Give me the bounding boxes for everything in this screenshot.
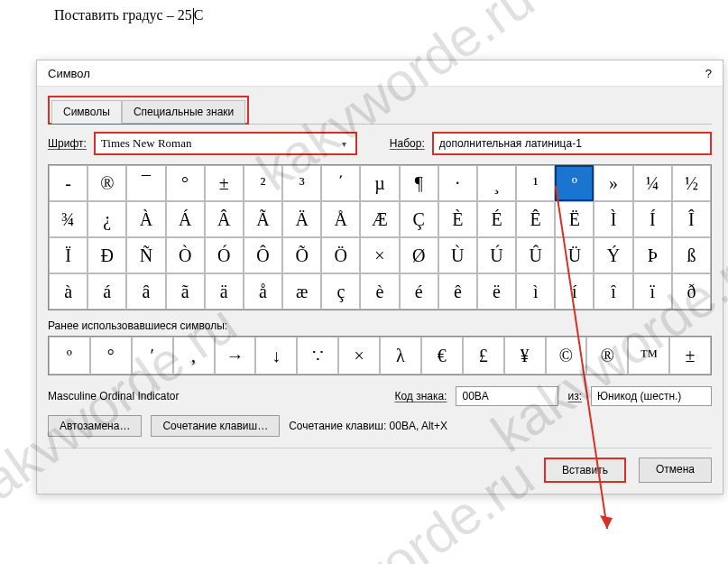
recent-char-cell[interactable]: ° <box>90 337 132 374</box>
char-cell[interactable]: ¯ <box>126 165 165 201</box>
char-cell[interactable]: è <box>360 273 399 310</box>
font-select[interactable]: Times New Roman ▾ <box>94 132 357 155</box>
char-cell[interactable]: ï <box>633 273 672 310</box>
recent-char-cell[interactable]: ® <box>586 337 628 374</box>
char-cell[interactable]: ² <box>244 165 282 201</box>
recent-char-cell[interactable]: ∵ <box>297 337 338 374</box>
shortcut-info: Сочетание клавиш: 00BA, Alt+X <box>289 420 447 432</box>
char-cell[interactable]: Ï <box>49 237 88 273</box>
char-cell[interactable]: Î <box>672 201 711 237</box>
char-cell[interactable]: ® <box>88 165 126 201</box>
cancel-button[interactable]: Отмена <box>639 458 712 483</box>
code-value: 00BA <box>462 390 488 402</box>
char-cell[interactable]: Ð <box>88 237 126 273</box>
char-cell[interactable]: ± <box>205 165 244 201</box>
char-cell[interactable]: å <box>244 273 282 310</box>
char-cell[interactable]: î <box>594 273 632 310</box>
char-cell[interactable]: × <box>360 237 399 273</box>
char-cell[interactable]: Þ <box>633 237 672 273</box>
char-cell[interactable]: Ñ <box>126 237 165 273</box>
recent-char-cell[interactable]: λ <box>380 337 421 374</box>
char-cell[interactable]: ¸ <box>477 165 516 201</box>
char-cell[interactable]: Í <box>633 201 672 237</box>
char-cell[interactable]: ° <box>166 165 205 201</box>
recent-char-cell[interactable]: , <box>173 337 215 374</box>
recent-char-cell[interactable]: ™ <box>628 337 669 374</box>
char-cell[interactable]: Ç <box>400 201 438 237</box>
char-code-input[interactable]: 00BA <box>456 386 558 406</box>
recent-char-cell[interactable]: © <box>546 337 587 374</box>
char-cell[interactable]: é <box>400 273 438 310</box>
char-cell[interactable]: µ <box>360 165 399 201</box>
recent-char-cell[interactable]: × <box>338 337 380 374</box>
char-cell[interactable]: Û <box>516 237 555 273</box>
char-cell[interactable]: Ê <box>516 201 555 237</box>
shortcut-key-button[interactable]: Сочетание клавиш… <box>151 415 280 437</box>
char-cell[interactable]: ç <box>321 273 360 310</box>
char-cell[interactable]: ð <box>672 273 711 310</box>
char-cell[interactable]: Ø <box>400 237 438 273</box>
char-cell[interactable]: È <box>438 201 477 237</box>
char-cell[interactable]: Ô <box>244 237 282 273</box>
char-cell[interactable]: ì <box>516 273 555 310</box>
char-cell[interactable]: Ã <box>244 201 282 237</box>
char-cell[interactable]: Ý <box>594 237 632 273</box>
char-cell[interactable]: ß <box>672 237 711 273</box>
insert-button[interactable]: Вставить <box>544 458 626 483</box>
char-cell[interactable]: · <box>438 165 477 201</box>
char-cell[interactable]: à <box>49 273 88 310</box>
tab-symbols[interactable]: Символы <box>51 100 122 124</box>
char-cell[interactable]: É <box>477 201 516 237</box>
autocorrect-button[interactable]: Автозамена… <box>48 415 142 437</box>
char-cell[interactable]: Å <box>321 201 360 237</box>
character-name: Masculine Ordinal Indicator <box>48 390 179 402</box>
char-cell[interactable]: ê <box>438 273 477 310</box>
char-cell[interactable]: Ä <box>282 201 321 237</box>
char-cell[interactable]: Ë <box>555 201 594 237</box>
char-cell[interactable]: Æ <box>360 201 399 237</box>
char-cell[interactable]: Á <box>166 201 205 237</box>
char-cell[interactable]: ¶ <box>400 165 438 201</box>
char-cell[interactable]: Ú <box>477 237 516 273</box>
char-cell[interactable]: í <box>555 273 594 310</box>
recent-char-cell[interactable]: ↓ <box>255 337 297 374</box>
char-cell[interactable]: Ö <box>321 237 360 273</box>
char-cell[interactable]: â <box>126 273 165 310</box>
char-cell[interactable]: ³ <box>282 165 321 201</box>
tab-special-chars[interactable]: Специальные знаки <box>122 100 245 124</box>
char-cell[interactable]: Ó <box>205 237 244 273</box>
char-cell[interactable]: ¼ <box>633 165 672 201</box>
recent-char-cell[interactable]: £ <box>463 337 504 374</box>
char-cell[interactable]: Ì <box>594 201 632 237</box>
chevron-down-icon: ▾ <box>337 139 352 149</box>
char-cell[interactable]: º <box>555 165 594 201</box>
char-cell[interactable]: Ü <box>555 237 594 273</box>
char-cell[interactable]: ¹ <box>516 165 555 201</box>
char-cell[interactable]: ã <box>166 273 205 310</box>
recent-grid: º°′,→↓∵×λ€£¥©®™± <box>48 336 712 375</box>
char-cell[interactable]: Õ <box>282 237 321 273</box>
char-cell[interactable]: » <box>594 165 632 201</box>
recent-char-cell[interactable]: → <box>215 337 256 374</box>
char-cell[interactable]: á <box>88 273 126 310</box>
char-cell[interactable]: - <box>49 165 88 201</box>
subset-select[interactable]: дополнительная латиница-1 <box>432 132 712 155</box>
char-cell[interactable]: ë <box>477 273 516 310</box>
recent-char-cell[interactable]: ¥ <box>504 337 546 374</box>
char-cell[interactable]: ä <box>205 273 244 310</box>
char-cell[interactable]: Ù <box>438 237 477 273</box>
char-cell[interactable]: ½ <box>672 165 711 201</box>
char-cell[interactable]: Ò <box>166 237 205 273</box>
char-cell[interactable]: ¾ <box>49 201 88 237</box>
recent-char-cell[interactable]: º <box>49 337 90 374</box>
char-cell[interactable]: À <box>126 201 165 237</box>
recent-char-cell[interactable]: € <box>421 337 463 374</box>
recent-char-cell[interactable]: ± <box>669 337 711 374</box>
char-cell[interactable]: æ <box>282 273 321 310</box>
from-select[interactable]: Юникод (шестн.) <box>591 386 712 406</box>
recent-char-cell[interactable]: ′ <box>132 337 173 374</box>
char-cell[interactable]: ΄ <box>321 165 360 201</box>
char-cell[interactable]: ¿ <box>88 201 126 237</box>
char-cell[interactable]: Â <box>205 201 244 237</box>
help-button[interactable]: ? <box>705 67 712 80</box>
